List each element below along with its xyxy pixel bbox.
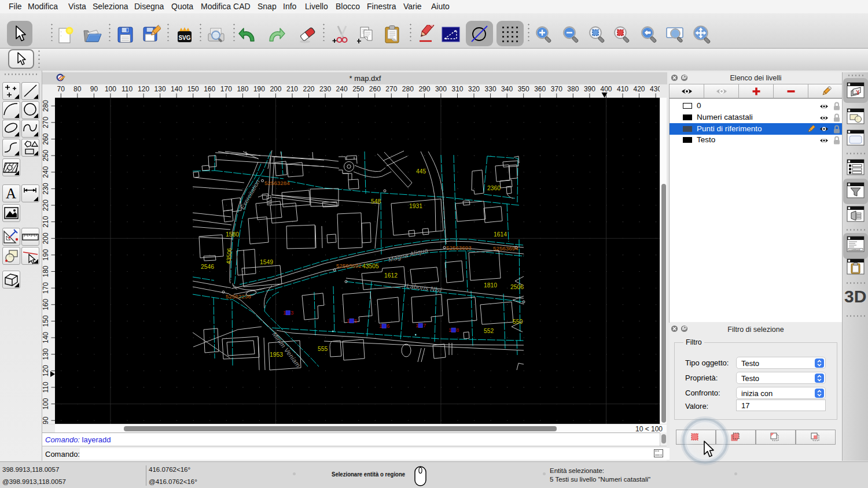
svg-text:280: 280	[42, 100, 50, 112]
svg-text:230: 230	[319, 85, 331, 93]
svg-text:350: 350	[518, 85, 529, 93]
svg-text:260: 260	[42, 133, 50, 145]
svg-text:90: 90	[90, 85, 98, 93]
svg-text:240: 240	[42, 166, 50, 178]
svg-text:90: 90	[42, 416, 50, 424]
svg-text:70: 70	[57, 85, 65, 93]
svg-text:290: 290	[418, 85, 430, 93]
svg-text:390: 390	[584, 85, 595, 93]
svg-text:270: 270	[385, 85, 397, 93]
svg-text:52563693: 52563693	[446, 245, 472, 251]
svg-text:43505: 43505	[362, 263, 379, 269]
svg-text:445: 445	[416, 168, 426, 175]
svg-text:200: 200	[42, 232, 50, 244]
svg-text:3: 3	[290, 309, 293, 316]
svg-text:100: 100	[42, 398, 50, 409]
svg-text:250: 250	[352, 85, 364, 93]
svg-text:260: 260	[369, 85, 381, 93]
svg-text:180: 180	[42, 265, 50, 277]
svg-text:190: 190	[42, 249, 50, 261]
svg-text:430: 430	[650, 85, 660, 93]
svg-text:190: 190	[253, 85, 265, 93]
svg-text:410: 410	[617, 85, 628, 93]
svg-text:110: 110	[42, 382, 50, 393]
svg-text:250: 250	[42, 150, 50, 161]
svg-text:52563284: 52563284	[264, 180, 290, 186]
svg-text:230: 230	[42, 183, 50, 194]
svg-text:270: 270	[42, 116, 50, 128]
svg-text:1549: 1549	[260, 259, 273, 265]
svg-text:220: 220	[303, 85, 314, 93]
svg-text:8: 8	[456, 327, 459, 333]
svg-text:A: A	[6, 186, 16, 201]
svg-text:1931: 1931	[409, 203, 422, 209]
svg-text:555: 555	[318, 346, 328, 352]
svg-text:52562236: 52562236	[226, 293, 251, 300]
svg-text:120: 120	[42, 365, 50, 376]
svg-text:210: 210	[286, 85, 298, 93]
svg-text:380: 380	[567, 85, 579, 93]
svg-text:550: 550	[513, 319, 523, 325]
svg-text:1810: 1810	[484, 282, 497, 289]
svg-text:130: 130	[42, 348, 50, 360]
svg-text:52563692: 52563692	[336, 263, 362, 269]
svg-text:7: 7	[423, 322, 426, 328]
svg-text:400: 400	[600, 85, 612, 93]
svg-text:SVG: SVG	[178, 35, 190, 41]
svg-text:420: 420	[633, 85, 645, 93]
svg-text:320: 320	[468, 85, 480, 93]
svg-text:2546: 2546	[201, 264, 214, 270]
svg-text:220: 220	[42, 199, 50, 211]
svg-text:240: 240	[336, 85, 348, 93]
svg-text:5: 5	[354, 317, 357, 324]
svg-text:280: 280	[402, 85, 414, 93]
svg-text:170: 170	[220, 85, 232, 93]
svg-text:1614: 1614	[494, 231, 507, 238]
svg-text:130: 130	[155, 85, 166, 93]
svg-text:160: 160	[204, 85, 215, 93]
svg-text:360: 360	[534, 85, 546, 93]
svg-text:6: 6	[387, 323, 389, 329]
svg-text:150: 150	[42, 315, 50, 327]
svg-text:c:command: c:command	[849, 249, 860, 251]
svg-text:1580: 1580	[226, 231, 239, 238]
svg-text:548: 548	[371, 198, 381, 205]
svg-text:110: 110	[122, 85, 133, 93]
svg-text:1612: 1612	[384, 272, 398, 279]
svg-text:80: 80	[73, 85, 82, 93]
svg-text:2360: 2360	[487, 185, 501, 191]
svg-text:140: 140	[42, 332, 50, 343]
svg-text:200: 200	[270, 85, 281, 93]
svg-text:340: 340	[501, 85, 513, 93]
svg-text:120: 120	[138, 85, 149, 93]
svg-text:2506: 2506	[510, 284, 524, 290]
svg-text:52563694: 52563694	[493, 245, 518, 252]
svg-text:170: 170	[42, 282, 50, 294]
svg-text:150: 150	[187, 85, 199, 93]
svg-text:180: 180	[237, 85, 248, 93]
svg-text:370: 370	[551, 85, 562, 93]
svg-text:1953: 1953	[270, 352, 283, 358]
svg-text:210: 210	[42, 216, 50, 227]
svg-text:552: 552	[484, 328, 494, 334]
svg-text:330: 330	[485, 85, 496, 93]
svg-text:310: 310	[451, 85, 463, 93]
svg-text:160: 160	[42, 298, 50, 310]
svg-text:140: 140	[171, 85, 182, 93]
svg-text:43506: 43506	[225, 247, 233, 264]
svg-text:300: 300	[435, 85, 447, 93]
svg-text:100: 100	[105, 85, 116, 93]
